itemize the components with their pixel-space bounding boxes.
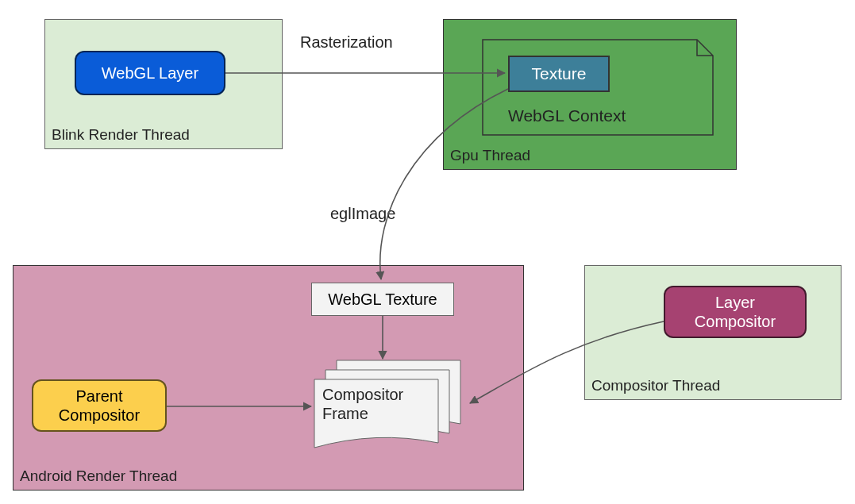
compositor-frame-l1: Compositor [322,386,403,404]
eglimage-label: eglImage [330,205,395,223]
gpu-thread-box: Gpu Thread [443,19,737,170]
texture-text: Texture [532,63,587,83]
gpu-thread-label: Gpu Thread [450,147,530,164]
webgl-context-label: WebGL Context [508,106,626,125]
parent-compositor-node: Parent Compositor [32,379,167,432]
layer-compositor-node: Layer Compositor [664,286,807,338]
diagram-canvas: Blink Render Thread WebGL Layer Gpu Thre… [0,0,855,504]
compositor-thread-label: Compositor Thread [591,377,720,394]
compositor-frame-l2: Frame [322,405,368,423]
webgl-texture-text: WebGL Texture [328,290,437,309]
layer-compositor-text: Layer Compositor [695,293,776,331]
parent-compositor-text: Parent Compositor [41,387,157,425]
texture-node: Texture [508,56,610,92]
android-thread-label: Android Render Thread [20,467,177,485]
blink-thread-label: Blink Render Thread [52,126,190,144]
webgl-layer-node: WebGL Layer [75,51,225,95]
webgl-texture-node: WebGL Texture [311,283,454,316]
rasterization-label: Rasterization [300,33,393,52]
webgl-layer-text: WebGL Layer [102,63,198,83]
